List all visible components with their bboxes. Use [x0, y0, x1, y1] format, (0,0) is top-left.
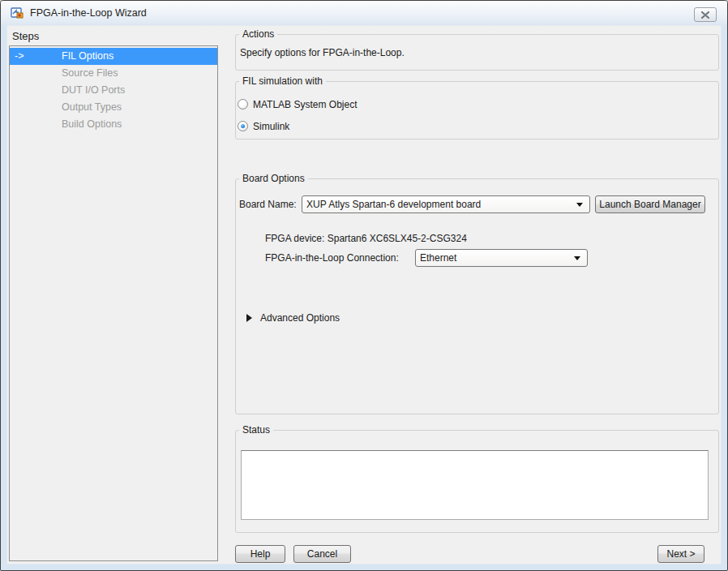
board-options-legend: Board Options	[239, 173, 308, 184]
fpga-device-text: FPGA device: Spartan6 XC6SLX45-2-CSG324	[265, 233, 467, 244]
board-name-dropdown[interactable]: XUP Atlys Spartan-6 development board	[302, 195, 590, 213]
fil-simulation-group: FIL simulation with MATLAB System Object…	[235, 81, 719, 140]
title-bar[interactable]: FPGA-in-the-Loop Wizard	[1, 1, 727, 25]
radio-icon	[238, 99, 248, 109]
fil-simulation-legend: FIL simulation with	[239, 75, 326, 87]
help-button[interactable]: Help	[235, 545, 285, 563]
cancel-button[interactable]: Cancel	[293, 545, 351, 563]
status-legend: Status	[239, 424, 273, 436]
fil-connection-dropdown[interactable]: Ethernet	[415, 249, 588, 267]
step-item-dut-io-ports[interactable]: DUT I/O Ports	[10, 82, 217, 99]
next-button[interactable]: Next >	[657, 545, 704, 563]
current-step-arrow: ->	[15, 48, 24, 65]
dropdown-arrow-icon	[576, 203, 583, 207]
launch-board-manager-button[interactable]: Launch Board Manager	[595, 195, 705, 213]
dialog-content: Steps -> FIL Options Source Files DUT I/…	[6, 25, 722, 565]
step-item-build-options[interactable]: Build Options	[10, 116, 217, 133]
board-name-value: XUP Atlys Spartan-6 development board	[306, 199, 481, 210]
fil-connection-label: FPGA-in-the-Loop Connection:	[265, 249, 399, 267]
step-label: DUT I/O Ports	[62, 82, 125, 99]
status-output	[241, 450, 709, 520]
step-label: FIL Options	[62, 48, 113, 65]
actions-group: Actions Specify options for FPGA-in-the-…	[235, 34, 719, 71]
radio-checked-icon	[238, 121, 248, 131]
fil-connection-value: Ethernet	[420, 252, 456, 264]
close-icon	[701, 11, 709, 19]
expand-arrow-icon	[246, 314, 252, 322]
advanced-options-toggle[interactable]: Advanced Options	[246, 311, 340, 325]
fil-wizard-window: FPGA-in-the-Loop Wizard Steps -> FIL Opt…	[0, 0, 728, 571]
advanced-options-label: Advanced Options	[260, 312, 340, 324]
status-group: Status	[235, 430, 719, 533]
app-icon	[11, 6, 24, 19]
step-label: Source Files	[62, 65, 118, 82]
radio-label: MATLAB System Object	[253, 99, 357, 110]
radio-simulink[interactable]: Simulink	[238, 120, 289, 132]
actions-legend: Actions	[239, 28, 277, 40]
steps-list: -> FIL Options Source Files DUT I/O Port…	[9, 45, 218, 561]
radio-matlab-system-object[interactable]: MATLAB System Object	[238, 98, 357, 110]
window-title: FPGA-in-the-Loop Wizard	[30, 7, 147, 19]
actions-description: Specify options for FPGA-in-the-Loop.	[240, 47, 405, 58]
step-item-output-types[interactable]: Output Types	[10, 99, 217, 116]
steps-heading: Steps	[12, 30, 39, 42]
step-label: Build Options	[62, 116, 122, 133]
dropdown-arrow-icon	[574, 256, 580, 260]
step-item-fil-options[interactable]: -> FIL Options	[10, 48, 217, 65]
close-button[interactable]	[694, 7, 717, 22]
step-item-source-files[interactable]: Source Files	[10, 65, 217, 82]
radio-label: Simulink	[253, 121, 289, 132]
board-options-group: Board Options Board Name: XUP Atlys Spar…	[235, 178, 719, 414]
step-label: Output Types	[62, 99, 122, 116]
board-name-label: Board Name:	[239, 195, 297, 213]
